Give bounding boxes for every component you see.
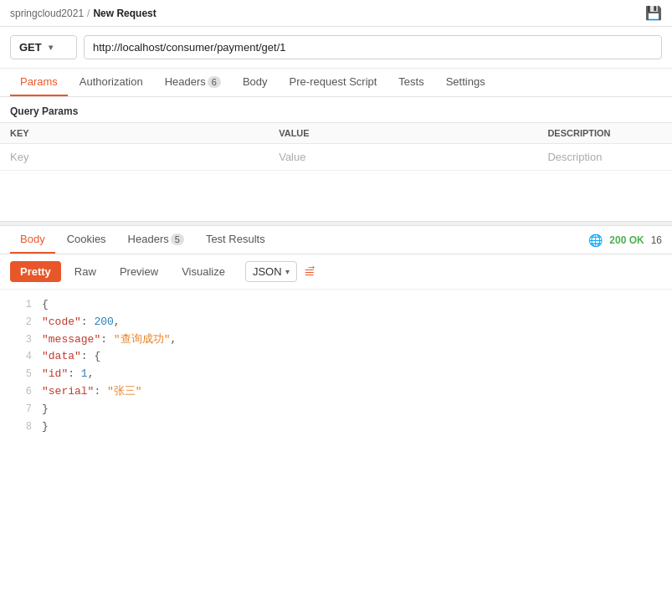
json-token-punct: , (88, 367, 95, 380)
json-token-punct: , (170, 333, 177, 346)
globe-icon: 🌐 (588, 234, 603, 247)
line-number: 6 (7, 384, 32, 400)
table-row: Key Value Description (0, 144, 672, 171)
format-btn-raw[interactable]: Raw (64, 261, 106, 282)
request-tabs-bar: ParamsAuthorizationHeaders6BodyPre-reque… (0, 69, 672, 97)
header-bar: springcloud2021 / New Request 💾 (0, 0, 672, 27)
json-line: 5 "id": 1, (0, 366, 672, 383)
breadcrumb: springcloud2021 / New Request (10, 8, 156, 19)
chevron-down-icon: ▾ (49, 43, 53, 52)
response-tab-test_results[interactable]: Test Results (196, 226, 275, 254)
json-token-brace: } (42, 420, 49, 433)
col-header-desc: DESCRIPTION (537, 123, 672, 144)
tab-tests[interactable]: Tests (388, 69, 433, 96)
save-button[interactable]: 💾 (645, 5, 662, 21)
json-content: "id": 1, (42, 366, 665, 383)
json-token-punct: : (94, 385, 107, 398)
format-bar: PrettyRawPreviewVisualizeJSON▾≡⃗ (0, 254, 672, 290)
line-number: 5 (7, 367, 32, 382)
response-size: 16 (651, 234, 662, 246)
json-line: 1{ (0, 296, 672, 314)
format-select-label: JSON (253, 265, 282, 278)
json-content: "serial": "张三" (42, 383, 665, 401)
tab-settings[interactable]: Settings (436, 69, 495, 96)
format-btn-visualize[interactable]: Visualize (172, 261, 235, 282)
breadcrumb-base: springcloud2021 (10, 8, 84, 19)
format-btn-pretty[interactable]: Pretty (10, 261, 61, 282)
json-token-str: "查询成功" (114, 333, 171, 346)
key-cell: Key (0, 144, 269, 171)
params-table: KEY VALUE DESCRIPTION Key Value Descript… (0, 122, 672, 171)
json-token-punct: : (100, 333, 114, 346)
format-select[interactable]: JSON▾ (245, 261, 297, 282)
json-line: 2"code": 200, (0, 314, 672, 331)
json-content: "data": { (42, 348, 665, 366)
response-tabs: BodyCookiesHeaders5Test Results (10, 226, 275, 254)
col-header-value: VALUE (269, 123, 537, 144)
query-params-section: Query Params KEY VALUE DESCRIPTION Key V… (0, 97, 672, 171)
json-content: "message": "查询成功", (42, 331, 665, 349)
json-content: } (42, 418, 665, 436)
line-number: 7 (7, 402, 32, 418)
wrap-lines-button[interactable]: ≡⃗ (304, 264, 315, 280)
query-params-label: Query Params (0, 97, 672, 122)
json-token-num: 200 (94, 316, 113, 328)
response-tab-cookies[interactable]: Cookies (57, 226, 116, 254)
json-token-punct: : { (81, 350, 100, 362)
json-token-key: "code" (42, 316, 81, 328)
json-token-num: 1 (81, 367, 88, 380)
response-tab-badge-headers: 5 (171, 234, 184, 245)
line-number: 8 (7, 419, 32, 435)
method-label: GET (19, 41, 42, 54)
tab-headers[interactable]: Headers6 (155, 69, 231, 96)
status-badge: 200 OK (609, 234, 644, 246)
json-content: { (42, 296, 665, 314)
breadcrumb-current: New Request (93, 8, 156, 19)
json-token-key: "serial" (42, 385, 94, 398)
line-number: 3 (7, 332, 32, 348)
json-token-brace: { (42, 298, 49, 311)
line-number: 2 (7, 315, 32, 331)
json-token-key: "message" (42, 333, 100, 346)
json-token-brace: } (42, 403, 49, 415)
url-bar: GET ▾ (0, 27, 672, 69)
tab-prerequest[interactable]: Pre-request Script (280, 69, 387, 96)
json-token-key: "data" (42, 350, 81, 362)
url-input[interactable] (84, 35, 662, 59)
line-number: 1 (7, 297, 32, 313)
tab-authorization[interactable]: Authorization (69, 69, 153, 96)
response-tab-headers[interactable]: Headers5 (118, 226, 194, 254)
json-line: 7 } (0, 401, 672, 418)
header-actions: 💾 (645, 5, 662, 21)
json-token-key: "id" (42, 367, 68, 380)
json-token-punct: : (68, 367, 81, 380)
json-content: "code": 200, (42, 314, 665, 331)
tab-body[interactable]: Body (233, 69, 278, 96)
json-viewer: 1{2"code": 200,3"message": "查询成功",4"data… (0, 290, 672, 442)
json-line: 6 "serial": "张三" (0, 383, 672, 401)
chevron-down-icon: ▾ (285, 267, 290, 276)
method-select[interactable]: GET ▾ (10, 35, 77, 59)
json-token-punct: , (114, 316, 121, 328)
col-header-key: KEY (0, 123, 269, 144)
format-btn-preview[interactable]: Preview (110, 261, 168, 282)
json-line: 8} (0, 418, 672, 436)
wrap-icon: ≡⃗ (304, 264, 315, 279)
tab-params[interactable]: Params (10, 69, 68, 96)
desc-cell: Description (537, 144, 672, 171)
value-cell: Value (269, 144, 537, 171)
breadcrumb-separator: / (87, 8, 90, 19)
json-token-punct: : (81, 316, 95, 328)
response-meta: 🌐 200 OK 16 (588, 234, 662, 247)
json-line: 3"message": "查询成功", (0, 331, 672, 349)
response-tabs-bar: BodyCookiesHeaders5Test Results 🌐 200 OK… (0, 226, 672, 254)
json-content: } (42, 401, 665, 418)
json-line: 4"data": { (0, 348, 672, 366)
json-token-str: "张三" (107, 385, 142, 398)
line-number: 4 (7, 349, 32, 365)
response-tab-body[interactable]: Body (10, 226, 55, 254)
tab-badge-headers: 6 (208, 76, 221, 88)
